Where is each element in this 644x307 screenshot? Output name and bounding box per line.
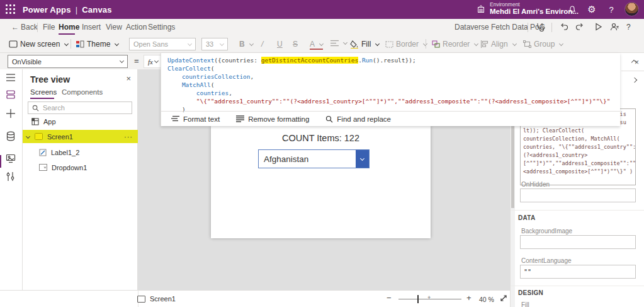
zoom-slider-handle[interactable] bbox=[417, 295, 419, 303]
property-selector-row: OnVisible = bbox=[0, 53, 161, 69]
border-icon bbox=[385, 41, 393, 48]
user-avatar[interactable] bbox=[624, 2, 639, 16]
theme-button[interactable]: Theme bbox=[76, 40, 118, 49]
screen1-artboard[interactable]: COUNT Items: 122 Afghanistan bbox=[211, 126, 431, 238]
align-objects-icon bbox=[480, 40, 489, 48]
share-person-icon[interactable] bbox=[609, 22, 619, 32]
advanced-tools-icon[interactable] bbox=[6, 171, 17, 183]
tab-components[interactable]: Components bbox=[62, 88, 103, 96]
menu-view[interactable]: View bbox=[106, 23, 122, 32]
menubar-help-button[interactable]: ? bbox=[626, 23, 631, 32]
menu-file[interactable]: File bbox=[43, 23, 55, 32]
home-tab-underline bbox=[59, 33, 75, 35]
ribbon-toolbar: New screen Theme Open Sans 33 B / U S A … bbox=[0, 36, 644, 53]
data-sources-icon[interactable] bbox=[6, 131, 17, 142]
align-objects-button[interactable]: Align bbox=[480, 40, 516, 49]
back-arrow-icon[interactable]: ← bbox=[11, 23, 19, 32]
tree-view-panel: Tree view × Screens Components Search Ap… bbox=[23, 69, 138, 290]
remove-formatting-button[interactable]: Remove formatting bbox=[236, 115, 309, 123]
tree-view-icon[interactable] bbox=[6, 90, 17, 101]
tree-item-label1-2[interactable]: Label1_2 bbox=[23, 146, 138, 159]
find-and-replace-button[interactable]: Find and replace bbox=[325, 115, 391, 123]
screen1-overflow-menu[interactable]: ··· bbox=[124, 133, 133, 141]
underline-button[interactable]: U bbox=[277, 40, 283, 49]
data-section-header: DATA bbox=[518, 214, 536, 221]
dropdown-icon bbox=[39, 164, 47, 171]
menubar: ← Back File Home Insert View Action Sett… bbox=[0, 19, 644, 36]
fx-dropdown[interactable]: fx bbox=[144, 55, 162, 68]
menu-home[interactable]: Home bbox=[59, 23, 79, 32]
zoom-percentage: 40 % bbox=[479, 296, 494, 303]
redo-icon[interactable] bbox=[575, 22, 585, 32]
fill-property-label: Fill bbox=[521, 301, 529, 307]
undo-icon[interactable] bbox=[559, 22, 569, 32]
font-family-select[interactable]: Open Sans bbox=[129, 38, 196, 50]
header-help-button[interactable]: ? bbox=[604, 3, 618, 16]
insert-plus-icon[interactable] bbox=[6, 108, 17, 120]
zoom-out-button[interactable]: − bbox=[387, 293, 392, 303]
fit-to-window-icon[interactable] bbox=[499, 294, 508, 303]
status-bar: Screen1 − + + 40 % bbox=[0, 290, 510, 307]
strikethrough-button[interactable]: S bbox=[293, 40, 298, 49]
menu-action[interactable]: Action bbox=[126, 23, 147, 32]
theme-icon bbox=[76, 40, 84, 48]
group-button[interactable]: Group bbox=[523, 40, 563, 49]
formula-code[interactable]: UpdateContext({countries: getDistinctAcc… bbox=[167, 56, 618, 113]
brand-label: Power Apps bbox=[23, 5, 71, 14]
screen-thumbnail-icon bbox=[137, 296, 145, 303]
media-icon[interactable] bbox=[6, 154, 17, 165]
new-screen-button[interactable]: New screen bbox=[9, 40, 68, 49]
align-lines-icon bbox=[330, 40, 339, 47]
format-text-button[interactable]: Format text bbox=[171, 115, 220, 123]
menu-settings[interactable]: Settings bbox=[148, 23, 175, 32]
formula-bar[interactable]: UpdateContext({countries: getDistinctAcc… bbox=[161, 53, 620, 126]
dropdown-chevron-icon[interactable] bbox=[356, 150, 369, 168]
property-dropdown[interactable]: OnVisible bbox=[8, 55, 128, 68]
italic-button[interactable]: / bbox=[261, 40, 263, 49]
reorder-icon bbox=[432, 40, 440, 48]
background-image-input[interactable] bbox=[520, 235, 636, 249]
reorder-button[interactable]: Reorder bbox=[432, 40, 478, 49]
menu-insert[interactable]: Insert bbox=[82, 23, 101, 32]
settings-gear-icon[interactable]: ⚙ bbox=[585, 3, 599, 16]
onhidden-input[interactable] bbox=[520, 188, 636, 202]
tree-item-screen1[interactable]: Screen1 ··· bbox=[23, 130, 138, 143]
tab-screens[interactable]: Screens bbox=[30, 88, 57, 96]
content-language-input[interactable]: "" bbox=[520, 265, 636, 279]
panel-scrollbar[interactable] bbox=[511, 126, 515, 307]
font-color-button[interactable]: A bbox=[310, 40, 323, 50]
back-button[interactable]: Back bbox=[21, 23, 38, 32]
font-size-select[interactable]: 33 bbox=[201, 38, 228, 50]
play-preview-icon[interactable] bbox=[594, 22, 603, 32]
text-align-button[interactable] bbox=[330, 40, 347, 47]
app-icon bbox=[31, 118, 39, 125]
app-checker-icon[interactable] bbox=[535, 22, 545, 32]
notifications-bell-icon[interactable] bbox=[565, 3, 579, 16]
search-icon bbox=[32, 105, 39, 112]
screen1-icon bbox=[35, 133, 43, 140]
tree-item-dropdown1[interactable]: Dropdown1 bbox=[23, 161, 138, 174]
collapse-formula-bar-chevron-icon[interactable] bbox=[626, 55, 641, 67]
tree-search-box[interactable]: Search bbox=[28, 101, 132, 114]
close-tree-view-icon[interactable]: × bbox=[126, 74, 131, 83]
statusbar-screen1[interactable]: Screen1 bbox=[137, 295, 176, 303]
format-text-icon bbox=[171, 115, 179, 122]
equals-sign: = bbox=[134, 56, 139, 66]
border-button[interactable]: Border bbox=[385, 40, 427, 49]
app-name: Dataverse Fetch Data PoC bbox=[455, 23, 545, 32]
tree-item-app[interactable]: App bbox=[23, 115, 138, 128]
remove-formatting-icon bbox=[236, 115, 244, 122]
tree-view-title: Tree view bbox=[30, 74, 70, 84]
left-rail bbox=[0, 69, 23, 290]
zoom-in-button[interactable]: + bbox=[466, 293, 472, 303]
waffle-menu-icon[interactable] bbox=[6, 4, 16, 14]
bold-button[interactable]: B bbox=[239, 40, 253, 49]
hamburger-menu-icon[interactable] bbox=[6, 73, 17, 84]
expand-panel-chevron-icon[interactable] bbox=[629, 74, 640, 86]
find-magnifier-icon bbox=[325, 115, 333, 123]
count-items-label[interactable]: COUNT Items: 122 bbox=[211, 133, 431, 143]
search-placeholder: Search bbox=[43, 104, 65, 112]
fill-button[interactable]: Fill bbox=[350, 40, 379, 49]
country-dropdown[interactable]: Afghanistan bbox=[258, 149, 370, 168]
background-image-label: BackgroundImage bbox=[521, 228, 572, 235]
